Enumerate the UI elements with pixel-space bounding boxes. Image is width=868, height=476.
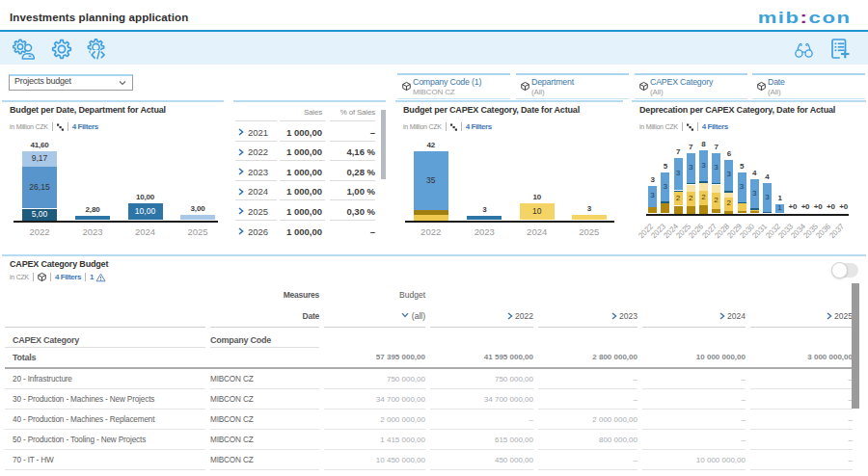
- filter-chip-label: Department: [531, 77, 574, 87]
- bar-2025[interactable]: [572, 102, 607, 221]
- bar-2035[interactable]: [814, 102, 823, 214]
- drill-icon[interactable]: [57, 123, 64, 131]
- bar-2024[interactable]: 10,00: [128, 102, 163, 221]
- value-cell: 750 000,00: [324, 375, 425, 383]
- bar-2023[interactable]: [75, 102, 110, 221]
- value-cell: 800 000,00: [538, 436, 637, 444]
- sales-table-row: 20251 000,000,30 %: [233, 199, 386, 220]
- bar-2034[interactable]: [801, 102, 810, 214]
- bar-segment: 5,00: [22, 209, 57, 221]
- bar-2024[interactable]: 10: [520, 102, 555, 221]
- bookmark-select[interactable]: Projects budget: [9, 74, 133, 91]
- value-cell: –: [750, 395, 853, 404]
- bar-segment: [712, 183, 720, 185]
- year-label: 2024: [727, 311, 746, 321]
- bar-2025[interactable]: 23: [687, 102, 695, 214]
- dimension-cube-icon[interactable]: [38, 273, 46, 281]
- sales-table-row: 20211 000,00–: [233, 120, 386, 141]
- bar-2022[interactable]: 35: [414, 102, 448, 221]
- totals-label: Totals: [13, 353, 36, 362]
- bar-2022[interactable]: 5,0026,159,17: [22, 102, 57, 221]
- year-column-header[interactable]: 2025: [750, 311, 853, 321]
- bar-segment: [712, 185, 720, 194]
- separator: [85, 273, 86, 281]
- bar-2022[interactable]: 3: [648, 102, 657, 214]
- warning-triangle-icon: [95, 273, 106, 282]
- year-column-header[interactable]: 2023: [538, 311, 637, 321]
- x-axis-label: 2025: [565, 226, 613, 237]
- filter-chip-value: (All): [650, 88, 663, 96]
- header-divider: [210, 327, 319, 328]
- filter-chip-company-code[interactable]: Company Code (1)MIBCON CZ: [397, 73, 510, 99]
- bar-2029[interactable]: 3: [738, 102, 746, 214]
- user-settings-gear-icon[interactable]: [13, 39, 34, 60]
- settings-gear-icon[interactable]: [51, 39, 72, 60]
- header-divider: [430, 327, 533, 328]
- planning-toggle[interactable]: [831, 263, 858, 278]
- logo-text-con: con: [809, 9, 852, 27]
- header-divider: [642, 327, 746, 328]
- bar-segment: [724, 191, 733, 193]
- bar-segment-label: 3: [687, 163, 695, 172]
- bar-segment-label: 3: [661, 182, 669, 191]
- pct-cell: 0,30 %: [233, 206, 375, 217]
- bar-segment: 3: [661, 172, 669, 201]
- bar-2037[interactable]: [839, 102, 848, 214]
- app-toolbar: [0, 32, 868, 65]
- chart-title: CAPEX Category Budget: [10, 259, 108, 269]
- developer-gear-icon[interactable]: [85, 39, 106, 60]
- add-form-icon[interactable]: [830, 38, 852, 59]
- company-cell: MIBCON CZ: [210, 456, 254, 464]
- year-column-header[interactable]: 2024: [642, 311, 746, 321]
- value-cell: –: [750, 436, 853, 444]
- row-divider: [5, 469, 205, 470]
- pct-cell: 1,00 %: [233, 186, 375, 197]
- bar-segment: [572, 215, 607, 220]
- warning-link[interactable]: 1: [90, 273, 106, 282]
- dimension-cube-icon: [639, 82, 648, 91]
- bar-segment-label: 3: [738, 182, 746, 191]
- bar-2024[interactable]: 23: [674, 102, 683, 214]
- filters-link[interactable]: 4 Filters: [55, 273, 81, 281]
- drill-icon[interactable]: [450, 123, 457, 131]
- bar-2023[interactable]: [467, 102, 502, 221]
- filter-chip-date[interactable]: Date(All): [752, 73, 865, 99]
- chart-subtitle: in CZK4 Filters1: [10, 272, 106, 282]
- date-all-header[interactable]: (all): [324, 311, 425, 321]
- bar-2023[interactable]: 3: [661, 102, 669, 214]
- glasses-icon[interactable]: [793, 42, 814, 64]
- chart-unit-label: in Million CZK: [639, 123, 678, 130]
- value-cell: –: [642, 436, 746, 444]
- chevron-down-icon: [401, 312, 409, 318]
- bar-segment-label: 10: [520, 206, 555, 216]
- value-cell: –: [642, 395, 746, 404]
- filter-chip-department[interactable]: Department(All): [516, 73, 629, 99]
- sales-table-scrollbar[interactable]: [381, 110, 387, 179]
- sales-table-row: 20261 000,00–: [233, 220, 386, 240]
- dimension-cube-icon: [521, 82, 529, 91]
- value-cell: –: [430, 415, 533, 424]
- value-cell: –: [538, 456, 637, 464]
- bar-2025[interactable]: [180, 102, 215, 221]
- row-divider: [324, 469, 425, 470]
- bar-segment: [699, 181, 708, 183]
- filter-chip-capex-category[interactable]: CAPEX Category(All): [635, 73, 747, 99]
- bar-segment: 10: [520, 203, 555, 220]
- year-column-header[interactable]: 2022: [430, 311, 533, 321]
- bar-segment: [661, 201, 669, 202]
- bar-segment: [674, 191, 683, 193]
- bar-segment: [724, 211, 733, 214]
- company-cell: MIBCON CZ: [210, 415, 254, 424]
- bar-segment: 2: [724, 198, 733, 211]
- bar-2033[interactable]: [788, 102, 797, 214]
- capex-table-scrollbar[interactable]: [852, 283, 859, 409]
- header-divider: [5, 327, 205, 328]
- bar-2036[interactable]: [827, 102, 835, 214]
- filter-chip-value: (All): [768, 88, 780, 96]
- bar-segment: [724, 193, 733, 198]
- bar-segment: 9,17: [22, 151, 57, 167]
- investments-planning-app: Investments planning application mib:con…: [0, 0, 868, 476]
- bar-segment: 2: [699, 191, 708, 205]
- value-cell: –: [538, 395, 637, 404]
- toggle-knob: [831, 262, 848, 278]
